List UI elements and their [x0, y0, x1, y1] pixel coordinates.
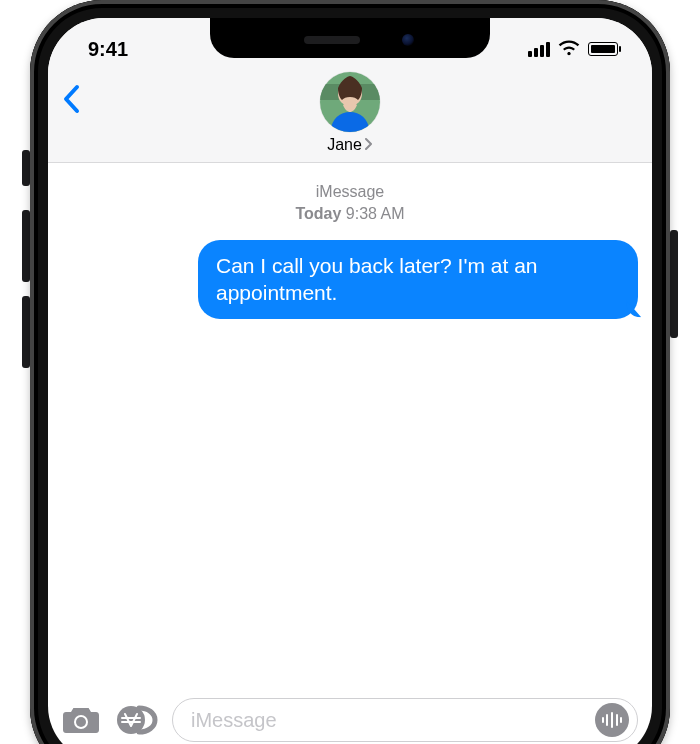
front-camera — [402, 34, 414, 46]
volume-up-button — [22, 210, 30, 282]
notch — [210, 18, 490, 58]
cellular-signal-icon — [528, 42, 550, 57]
message-input[interactable] — [191, 709, 585, 732]
timestamp-day: Today — [295, 205, 341, 222]
message-input-container — [172, 698, 638, 742]
earpiece — [304, 36, 360, 44]
svg-point-4 — [76, 717, 86, 727]
svg-rect-9 — [616, 714, 618, 726]
conversation-header: Jane — [48, 68, 652, 163]
svg-rect-6 — [602, 717, 604, 723]
timestamp-time: 9:38 AM — [346, 205, 405, 222]
power-button — [670, 230, 678, 338]
side-switch — [22, 150, 30, 186]
wifi-icon — [558, 38, 580, 61]
chevron-right-icon — [364, 137, 373, 153]
service-label: iMessage — [62, 181, 638, 203]
sent-message-bubble[interactable]: Can I call you back later? I'm at an app… — [198, 240, 638, 319]
message-text: Can I call you back later? I'm at an app… — [216, 254, 538, 304]
audio-message-button[interactable] — [595, 703, 629, 737]
message-row: Can I call you back later? I'm at an app… — [62, 240, 638, 319]
svg-rect-10 — [620, 717, 622, 723]
screen: 9:41 — [48, 18, 652, 744]
device-frame: 9:41 — [30, 0, 670, 744]
svg-rect-8 — [611, 712, 613, 728]
contact-name-button[interactable]: Jane — [327, 136, 373, 154]
app-drawer-button[interactable] — [112, 704, 160, 736]
thread-timestamp: iMessage Today 9:38 AM — [62, 181, 638, 224]
message-thread[interactable]: iMessage Today 9:38 AM Can I call you ba… — [48, 163, 652, 690]
battery-icon — [588, 42, 618, 56]
compose-bar — [48, 690, 652, 744]
camera-button[interactable] — [62, 705, 100, 735]
volume-down-button — [22, 296, 30, 368]
contact-name-label: Jane — [327, 136, 362, 154]
svg-rect-7 — [606, 714, 608, 726]
back-button[interactable] — [62, 84, 80, 121]
status-time: 9:41 — [88, 38, 128, 61]
contact-avatar[interactable] — [320, 72, 380, 132]
